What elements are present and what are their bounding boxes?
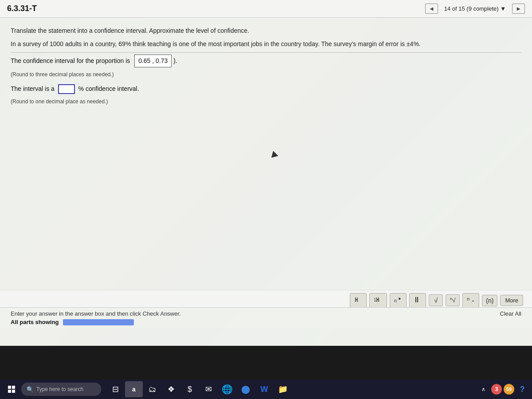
svg-rect-14 [8, 386, 11, 389]
instruction-text: Translate the statement into a confidenc… [11, 26, 521, 36]
svg-text:n: n [394, 298, 397, 303]
svg-text:.: . [471, 300, 472, 304]
svg-rect-15 [12, 386, 15, 389]
tray-question[interactable]: ? [516, 383, 528, 395]
answer-input[interactable] [58, 84, 75, 94]
taskbar-app-view[interactable]: ⊟ [106, 381, 124, 397]
bottom-area: Enter your answer in the answer box and … [0, 307, 532, 328]
taskbar-app-circle[interactable]: ⬤ [237, 381, 254, 397]
interval-suffix: % confidence interval. [78, 85, 139, 92]
problem-id: 6.3.31-T [7, 4, 37, 13]
interval-prefix: The interval is a [11, 85, 55, 92]
navigation-controls: ◄ 14 of 15 (9 complete) ▼ ► [425, 4, 525, 14]
taskbar-app-file[interactable]: 🗂 [144, 381, 161, 397]
survey-text: In a survey of 1000 adults in a country,… [11, 39, 521, 50]
tray-app-badge[interactable]: 3 [491, 384, 502, 395]
taskbar-tray: ∧ 3 59 ? [477, 383, 528, 395]
taskbar: 🔍 Type here to search ⊟ a 🗂 ❖ $ ✉ 🌐 ⬤ W … [0, 379, 532, 399]
question-body: Translate the statement into a confidenc… [0, 18, 532, 117]
ci-lower: 0.65 [138, 57, 150, 64]
parentheses-btn[interactable]: (n) [482, 295, 497, 306]
superscript-btn[interactable]: n ■ [390, 293, 407, 308]
progress-text: 14 of 15 (9 complete) ▼ [441, 4, 509, 13]
progress-dropdown[interactable]: ▼ [500, 5, 506, 12]
taskbar-app-dollar[interactable]: $ [181, 381, 199, 397]
nth-root-btn[interactable]: n√ [446, 294, 460, 306]
search-placeholder: Type here to search [36, 386, 83, 392]
all-parts-label: All parts showing [11, 319, 59, 325]
cursor [270, 150, 278, 158]
more-button[interactable]: More [500, 295, 523, 306]
round-note-2: (Round to one decimal place as needed.) [11, 97, 521, 106]
answer-input-wrapper [58, 84, 75, 94]
svg-text:n: n [467, 296, 469, 301]
taskbar-app-edge[interactable]: 🌐 [218, 381, 236, 397]
svg-rect-17 [12, 390, 15, 393]
taskbar-app-folder[interactable]: 📁 [274, 381, 292, 397]
taskbar-app-mail[interactable]: ✉ [200, 381, 217, 397]
fraction-btn[interactable] [350, 293, 367, 308]
ci-suffix: ). [173, 57, 177, 64]
progress-bar [63, 319, 134, 325]
svg-text:1: 1 [374, 297, 376, 302]
ci-upper: 0.73 [156, 57, 168, 64]
taskbar-app-word[interactable]: W [255, 381, 273, 397]
subscript-btn[interactable]: n . [462, 293, 479, 308]
taskbar-app-extra1[interactable]: ❖ [162, 381, 180, 397]
check-instruction: Enter your answer in the answer box and … [11, 310, 181, 317]
ci-box: 0.65 , 0.73 [134, 55, 172, 68]
search-icon: 🔍 [27, 386, 34, 393]
ci-comma: , [152, 57, 154, 64]
svg-text:■: ■ [399, 297, 401, 301]
problem-header: 6.3.31-T ◄ 14 of 15 (9 complete) ▼ ► [0, 0, 532, 18]
all-parts-row: All parts showing [11, 319, 521, 325]
search-bar[interactable]: 🔍 Type here to search [21, 383, 101, 396]
round-note-1: (Round to three decimal places as needed… [11, 70, 521, 79]
interval-statement: The interval is a % confidence interval. [11, 84, 521, 94]
prev-button[interactable]: ◄ [425, 4, 438, 14]
clear-all-button[interactable]: Clear All [500, 310, 521, 317]
sqrt-btn[interactable]: √ [429, 294, 443, 306]
svg-rect-16 [8, 390, 11, 393]
start-button[interactable] [4, 381, 20, 397]
ci-statement: The confidence interval for the proporti… [11, 55, 521, 68]
tray-time-badge[interactable]: 59 [504, 384, 514, 395]
taskbar-apps: ⊟ a 🗂 ❖ $ ✉ 🌐 ⬤ W 📁 [106, 381, 292, 397]
next-button[interactable]: ► [512, 4, 525, 14]
absolute-value-btn[interactable] [409, 293, 426, 308]
tray-up-arrow[interactable]: ∧ [477, 383, 489, 395]
taskbar-app-keyboard[interactable]: a [125, 381, 143, 397]
mixed-fraction-btn[interactable]: 1 [369, 293, 387, 308]
check-row: Enter your answer in the answer box and … [11, 310, 521, 317]
ci-label: The confidence interval for the proporti… [11, 57, 130, 64]
